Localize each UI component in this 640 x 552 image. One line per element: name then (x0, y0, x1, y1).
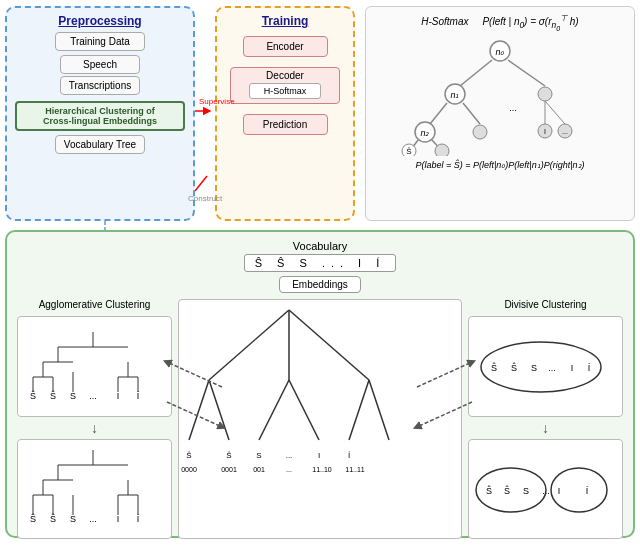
svg-text:Í: Í (137, 514, 140, 524)
agg-tree-top: Ŝ Ŝ S ... I Í (18, 317, 163, 407)
hierarchical-box: Hierarchical Clustering ofCross-lingual … (15, 101, 185, 131)
svg-line-69 (289, 310, 369, 380)
training-data-box: Training Data (55, 32, 145, 51)
svg-text:I: I (318, 451, 320, 460)
svg-line-75 (369, 380, 389, 440)
transcriptions-box: Transcriptions (60, 76, 140, 95)
svg-line-74 (349, 380, 369, 440)
svg-point-6 (538, 87, 552, 101)
svg-text:11..11: 11..11 (345, 466, 365, 473)
hsoftmax-area: H-Softmax P(left | n0) = σ(rn0⊤ h) n₀ n₁ (365, 6, 635, 221)
svg-text:Ŝ: Ŝ (491, 362, 497, 373)
svg-point-88 (481, 342, 601, 392)
svg-line-3 (508, 60, 545, 86)
agg-tree-bottom: Ŝ Ŝ S ... I Í (18, 440, 163, 530)
svg-text:...: ... (286, 451, 293, 460)
svg-text:I: I (544, 128, 546, 135)
svg-text:Ŝ: Ŝ (186, 451, 191, 460)
prediction-box: Prediction (243, 114, 328, 135)
vocab-label: Vocabulary (293, 240, 347, 252)
divisive-label: Divisive Clustering (468, 299, 623, 310)
hsoftmax-tree-svg: n₀ n₁ n₂ (400, 36, 600, 156)
svg-text:...: ... (548, 363, 556, 373)
svg-text:Í: Í (137, 391, 140, 401)
arrow-down-agg: ↓ (17, 421, 172, 435)
svg-text:I: I (117, 514, 120, 524)
decoder-box: Decoder H-Softmax (230, 67, 340, 104)
svg-text:Ŝ: Ŝ (504, 485, 510, 496)
svg-line-2 (460, 60, 492, 86)
agglomerative-top-box: Ŝ Ŝ S ... I Í (17, 316, 172, 417)
preprocessing-title: Preprocessing (13, 14, 187, 28)
arrow-down-div: ↓ (468, 421, 623, 435)
center-section: Ŝ Ŝ S ... I Í 0000 0001 001 ... 11..10 1… (178, 299, 462, 539)
svg-text:0000: 0000 (181, 466, 197, 473)
svg-text:...: ... (542, 486, 550, 496)
hsoftmax-formula-top: H-Softmax P(left | n0) = σ(rn0⊤ h) (372, 13, 628, 32)
divisive-bottom-box: Ŝ Ŝ S I Í ... (468, 439, 623, 540)
svg-line-70 (189, 380, 209, 440)
svg-text:...: ... (286, 466, 292, 473)
svg-text:...: ... (89, 514, 97, 524)
svg-text:Ŝ: Ŝ (511, 362, 517, 373)
divisive-top-box: Ŝ Ŝ S ... I Í (468, 316, 623, 417)
svg-line-73 (289, 380, 319, 440)
svg-text:Í: Í (586, 486, 589, 496)
svg-line-67 (209, 310, 289, 380)
div-top-svg: Ŝ Ŝ S ... I Í (469, 317, 614, 407)
svg-text:I: I (558, 486, 561, 496)
svg-text:S: S (70, 391, 76, 401)
agglomerative-label: Agglomerative Clustering (17, 299, 172, 310)
svg-point-11 (473, 125, 487, 139)
svg-point-16 (435, 144, 449, 156)
vocab-symbols: Ŝ Ŝ S ... I Í (244, 254, 397, 272)
svg-text:...: ... (562, 128, 568, 135)
svg-line-7 (430, 103, 447, 124)
vocab-tree-box: Vocabulary Tree (55, 135, 145, 154)
svg-text:11..10: 11..10 (312, 466, 332, 473)
hierarchical-text: Hierarchical Clustering ofCross-lingual … (43, 106, 157, 126)
divisive-section: Divisive Clustering Ŝ Ŝ S ... I Í ↓ (468, 299, 623, 539)
svg-text:S: S (531, 363, 537, 373)
svg-text:I: I (571, 363, 574, 373)
training-title: Training (223, 14, 347, 28)
svg-line-8 (463, 103, 480, 124)
embeddings-box: Embeddings (279, 276, 361, 293)
bottom-inner: Agglomerative Clustering Ŝ Ŝ S ... I Í (17, 299, 623, 539)
svg-text:0001: 0001 (221, 466, 237, 473)
svg-line-18 (545, 101, 565, 124)
svg-text:n₀: n₀ (495, 47, 504, 57)
bottom-section: Vocabulary Ŝ Ŝ S ... I Í Embeddings Aggl… (5, 230, 635, 538)
hsoftmax-inner: H-Softmax (249, 83, 321, 99)
svg-text:...: ... (89, 391, 97, 401)
center-tree-box: Ŝ Ŝ S ... I Í 0000 0001 001 ... 11..10 1… (178, 299, 462, 539)
decoder-label: Decoder (266, 70, 304, 81)
training-box: Training Encoder Decoder H-Softmax Predi… (215, 6, 355, 221)
preprocessing-box: Preprocessing Training Data Speech Trans… (5, 6, 195, 221)
center-tree-svg: Ŝ Ŝ S ... I Í 0000 0001 001 ... 11..10 1… (179, 300, 399, 520)
speech-box: Speech (60, 55, 140, 74)
svg-text:S: S (70, 514, 76, 524)
svg-text:n₂: n₂ (420, 128, 429, 138)
svg-line-71 (209, 380, 229, 440)
agglomerative-bottom-box: Ŝ Ŝ S ... I Í (17, 439, 172, 540)
svg-text:Ŝ: Ŝ (226, 451, 231, 460)
svg-text:S: S (256, 451, 261, 460)
div-bottom-svg: Ŝ Ŝ S I Í ... (469, 440, 614, 530)
svg-text:n₁: n₁ (450, 90, 459, 100)
agglomerative-section: Agglomerative Clustering Ŝ Ŝ S ... I Í (17, 299, 172, 539)
svg-text:Ŝ: Ŝ (486, 485, 492, 496)
top-section: Preprocessing Training Data Speech Trans… (5, 6, 635, 226)
main-container: Preprocessing Training Data Speech Trans… (5, 6, 635, 546)
svg-text:...: ... (509, 103, 517, 113)
svg-text:001: 001 (253, 466, 265, 473)
svg-text:S: S (523, 486, 529, 496)
svg-text:Í: Í (348, 451, 351, 460)
svg-text:Ŝ: Ŝ (406, 147, 411, 156)
svg-line-72 (259, 380, 289, 440)
svg-text:Í: Í (588, 363, 591, 373)
hsoftmax-formula-bottom: P(label = Ŝ) = P(left|n₀)P(left|n₁)P(rig… (372, 160, 628, 170)
svg-text:I: I (117, 391, 120, 401)
encoder-box: Encoder (243, 36, 328, 57)
